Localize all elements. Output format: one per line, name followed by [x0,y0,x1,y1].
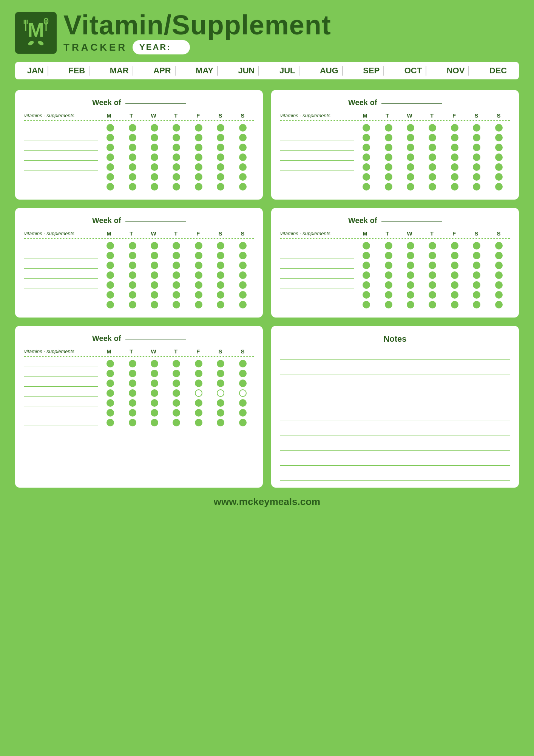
tracker-dot [429,271,436,279]
dot-row [355,271,510,279]
tracker-row [280,252,510,259]
tracker-dot [429,134,436,141]
tracker-dot [495,262,503,269]
day-label: M [360,112,370,119]
week-header: Week of [280,216,510,225]
day-label: T [382,230,393,237]
tracker-dot [129,370,136,377]
tracker-dot [195,124,202,132]
tracker-dot [106,370,114,377]
dot-row [99,144,254,151]
tracker-dot [217,419,224,426]
tracker-row [24,124,254,132]
tracker-row [280,242,510,249]
name-line [24,164,98,170]
tracker-row [24,262,254,269]
tracker-dot [151,252,158,259]
tracker-dot [385,281,392,289]
tracker-dot [151,183,158,191]
month-item-sep: SEP [359,66,384,76]
tracker-row [24,399,254,407]
day-label: W [404,230,415,237]
tracker-header: vitamins - supplementsMTWTFSS [24,348,254,355]
tracker-dot [195,291,202,299]
tracker-dot [173,124,180,132]
tracker-dot [173,262,180,269]
tracker-dot [173,370,180,377]
month-item-may: MAY [192,66,218,76]
tracker-dot [239,360,247,367]
tracker-row [280,291,510,299]
tracker-dot [473,183,480,191]
day-label: S [238,112,248,119]
tracker-dot [106,360,114,367]
name-line [24,242,98,249]
notes-line [280,412,510,420]
day-label: T [126,112,137,119]
dot-row [99,124,254,132]
day-label: W [148,348,159,355]
tracker-dot [451,124,458,132]
tracker-dot [407,144,414,151]
name-line [280,154,354,161]
week-card-week5: Week of vitamins - supplementsMTWTFSS [15,326,263,488]
tracker-dot [239,144,247,151]
tracker-dot [473,271,480,279]
dot-row [99,281,254,289]
tracker-row [24,389,254,397]
tracker-dot [151,301,158,308]
tracker-dot [385,291,392,299]
dotted-separator [280,238,510,239]
name-line [24,124,98,131]
tracker-dot [129,124,136,132]
tracker-dot [363,281,370,289]
month-item-mar: MAR [106,66,133,76]
day-label: W [404,112,415,119]
tracker-dot [129,301,136,308]
tracker-dot [106,389,114,397]
tracker-dot [451,271,458,279]
tracker-dot [495,271,503,279]
day-label: S [494,112,504,119]
tracker-dot [217,124,224,132]
week-of-label: Week of [348,98,377,107]
tracker-header: vitamins - supplementsMTWTFSS [24,112,254,119]
day-label: M [104,230,114,237]
tracker-dot [195,153,202,161]
vs-label: vitamins - supplements [24,113,98,118]
day-label: S [215,112,226,119]
month-item-jan: JAN [23,66,48,76]
day-label: T [171,348,181,355]
tracker-dot [195,409,202,417]
tracker-dot [173,134,180,141]
tracker-dot [129,144,136,151]
tracker-dot [129,173,136,181]
tracker-dot [173,173,180,181]
tracker-dot [129,360,136,367]
tracker-dot [195,301,202,308]
tracker-dot [495,144,503,151]
tracker-dot [495,173,503,181]
notes-line [280,382,510,390]
name-line [280,144,354,151]
dot-row [99,252,254,259]
dot-row [99,389,254,397]
tracker-dot [407,124,414,132]
tracker-dot [451,153,458,161]
tracker-dot [495,242,503,249]
tracker-dot [473,163,480,171]
week-of-label: Week of [92,98,121,107]
tracker-row [280,183,510,191]
dot-row [99,153,254,161]
tracker-dot [195,252,202,259]
tracker-dot [173,144,180,151]
tracker-dot [363,134,370,141]
tracker-dot [217,144,224,151]
name-line [280,174,354,180]
tracker-dot [407,163,414,171]
dotted-separator [24,238,254,239]
month-item-dec: DEC [486,66,511,76]
tracker-dot [106,153,114,161]
tracker-dot [217,370,224,377]
tracker-dot [106,163,114,171]
